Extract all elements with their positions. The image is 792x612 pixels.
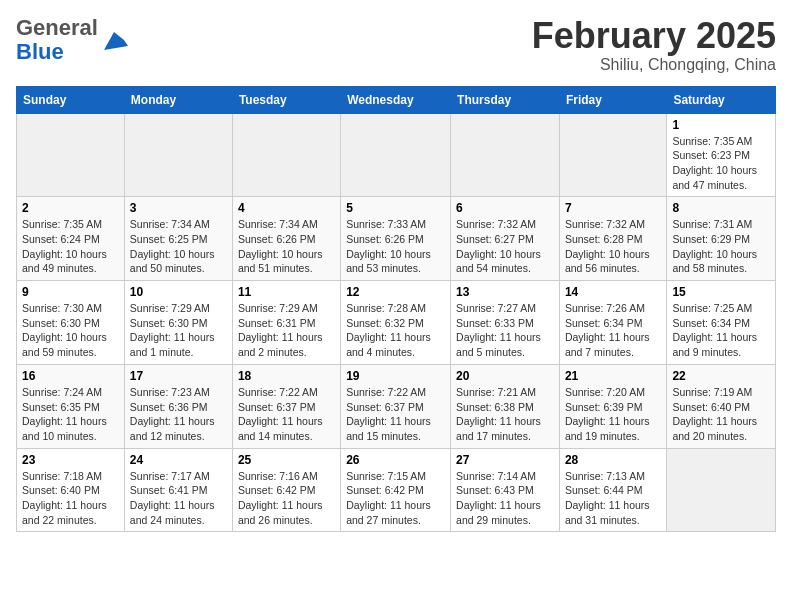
calendar-cell: 8Sunrise: 7:31 AMSunset: 6:29 PMDaylight… <box>667 197 776 281</box>
calendar-cell <box>124 113 232 197</box>
calendar-cell: 1Sunrise: 7:35 AMSunset: 6:23 PMDaylight… <box>667 113 776 197</box>
calendar-cell: 15Sunrise: 7:25 AMSunset: 6:34 PMDayligh… <box>667 281 776 365</box>
day-info: Sunrise: 7:22 AMSunset: 6:37 PMDaylight:… <box>346 385 445 444</box>
day-info: Sunrise: 7:30 AMSunset: 6:30 PMDaylight:… <box>22 301 119 360</box>
logo-icon <box>100 26 128 54</box>
day-number: 13 <box>456 285 554 299</box>
calendar-cell: 16Sunrise: 7:24 AMSunset: 6:35 PMDayligh… <box>17 364 125 448</box>
calendar-week-row: 23Sunrise: 7:18 AMSunset: 6:40 PMDayligh… <box>17 448 776 532</box>
day-number: 25 <box>238 453 335 467</box>
weekday-header: Friday <box>559 86 666 113</box>
day-number: 26 <box>346 453 445 467</box>
day-number: 18 <box>238 369 335 383</box>
day-number: 11 <box>238 285 335 299</box>
logo: General Blue <box>16 16 128 64</box>
weekday-header: Saturday <box>667 86 776 113</box>
svg-marker-0 <box>104 32 128 50</box>
day-number: 7 <box>565 201 661 215</box>
day-number: 17 <box>130 369 227 383</box>
day-info: Sunrise: 7:34 AMSunset: 6:25 PMDaylight:… <box>130 217 227 276</box>
calendar-cell <box>451 113 560 197</box>
logo-general: General <box>16 15 98 40</box>
weekday-header: Monday <box>124 86 232 113</box>
day-number: 9 <box>22 285 119 299</box>
day-info: Sunrise: 7:31 AMSunset: 6:29 PMDaylight:… <box>672 217 770 276</box>
calendar-cell: 18Sunrise: 7:22 AMSunset: 6:37 PMDayligh… <box>232 364 340 448</box>
weekday-header: Sunday <box>17 86 125 113</box>
calendar-cell <box>232 113 340 197</box>
day-number: 20 <box>456 369 554 383</box>
calendar-cell: 20Sunrise: 7:21 AMSunset: 6:38 PMDayligh… <box>451 364 560 448</box>
calendar-cell: 23Sunrise: 7:18 AMSunset: 6:40 PMDayligh… <box>17 448 125 532</box>
day-number: 14 <box>565 285 661 299</box>
calendar-week-row: 2Sunrise: 7:35 AMSunset: 6:24 PMDaylight… <box>17 197 776 281</box>
day-number: 5 <box>346 201 445 215</box>
day-number: 6 <box>456 201 554 215</box>
day-info: Sunrise: 7:26 AMSunset: 6:34 PMDaylight:… <box>565 301 661 360</box>
day-number: 8 <box>672 201 770 215</box>
weekday-header: Tuesday <box>232 86 340 113</box>
day-info: Sunrise: 7:24 AMSunset: 6:35 PMDaylight:… <box>22 385 119 444</box>
day-info: Sunrise: 7:35 AMSunset: 6:23 PMDaylight:… <box>672 134 770 193</box>
calendar-cell: 21Sunrise: 7:20 AMSunset: 6:39 PMDayligh… <box>559 364 666 448</box>
day-info: Sunrise: 7:25 AMSunset: 6:34 PMDaylight:… <box>672 301 770 360</box>
calendar-cell: 5Sunrise: 7:33 AMSunset: 6:26 PMDaylight… <box>341 197 451 281</box>
title-block: February 2025 Shiliu, Chongqing, China <box>532 16 776 74</box>
logo-blue: Blue <box>16 39 64 64</box>
day-info: Sunrise: 7:17 AMSunset: 6:41 PMDaylight:… <box>130 469 227 528</box>
calendar-cell: 24Sunrise: 7:17 AMSunset: 6:41 PMDayligh… <box>124 448 232 532</box>
weekday-header-row: SundayMondayTuesdayWednesdayThursdayFrid… <box>17 86 776 113</box>
day-number: 19 <box>346 369 445 383</box>
day-info: Sunrise: 7:15 AMSunset: 6:42 PMDaylight:… <box>346 469 445 528</box>
calendar-cell: 25Sunrise: 7:16 AMSunset: 6:42 PMDayligh… <box>232 448 340 532</box>
calendar-cell: 19Sunrise: 7:22 AMSunset: 6:37 PMDayligh… <box>341 364 451 448</box>
day-number: 1 <box>672 118 770 132</box>
subtitle: Shiliu, Chongqing, China <box>532 56 776 74</box>
day-number: 15 <box>672 285 770 299</box>
day-info: Sunrise: 7:28 AMSunset: 6:32 PMDaylight:… <box>346 301 445 360</box>
day-info: Sunrise: 7:33 AMSunset: 6:26 PMDaylight:… <box>346 217 445 276</box>
day-number: 22 <box>672 369 770 383</box>
calendar-cell: 3Sunrise: 7:34 AMSunset: 6:25 PMDaylight… <box>124 197 232 281</box>
calendar-cell: 7Sunrise: 7:32 AMSunset: 6:28 PMDaylight… <box>559 197 666 281</box>
calendar-cell: 9Sunrise: 7:30 AMSunset: 6:30 PMDaylight… <box>17 281 125 365</box>
day-info: Sunrise: 7:29 AMSunset: 6:30 PMDaylight:… <box>130 301 227 360</box>
page-header: General Blue February 2025 Shiliu, Chong… <box>16 16 776 74</box>
calendar-cell: 11Sunrise: 7:29 AMSunset: 6:31 PMDayligh… <box>232 281 340 365</box>
calendar-cell: 22Sunrise: 7:19 AMSunset: 6:40 PMDayligh… <box>667 364 776 448</box>
day-info: Sunrise: 7:20 AMSunset: 6:39 PMDaylight:… <box>565 385 661 444</box>
calendar-cell: 13Sunrise: 7:27 AMSunset: 6:33 PMDayligh… <box>451 281 560 365</box>
day-info: Sunrise: 7:21 AMSunset: 6:38 PMDaylight:… <box>456 385 554 444</box>
day-info: Sunrise: 7:27 AMSunset: 6:33 PMDaylight:… <box>456 301 554 360</box>
day-info: Sunrise: 7:29 AMSunset: 6:31 PMDaylight:… <box>238 301 335 360</box>
day-info: Sunrise: 7:32 AMSunset: 6:27 PMDaylight:… <box>456 217 554 276</box>
day-info: Sunrise: 7:14 AMSunset: 6:43 PMDaylight:… <box>456 469 554 528</box>
day-info: Sunrise: 7:13 AMSunset: 6:44 PMDaylight:… <box>565 469 661 528</box>
day-number: 23 <box>22 453 119 467</box>
day-info: Sunrise: 7:22 AMSunset: 6:37 PMDaylight:… <box>238 385 335 444</box>
day-number: 12 <box>346 285 445 299</box>
calendar-week-row: 1Sunrise: 7:35 AMSunset: 6:23 PMDaylight… <box>17 113 776 197</box>
day-number: 27 <box>456 453 554 467</box>
month-title: February 2025 <box>532 16 776 56</box>
calendar-cell <box>667 448 776 532</box>
day-number: 2 <box>22 201 119 215</box>
calendar-week-row: 9Sunrise: 7:30 AMSunset: 6:30 PMDaylight… <box>17 281 776 365</box>
day-info: Sunrise: 7:35 AMSunset: 6:24 PMDaylight:… <box>22 217 119 276</box>
day-info: Sunrise: 7:32 AMSunset: 6:28 PMDaylight:… <box>565 217 661 276</box>
calendar-cell: 2Sunrise: 7:35 AMSunset: 6:24 PMDaylight… <box>17 197 125 281</box>
calendar-week-row: 16Sunrise: 7:24 AMSunset: 6:35 PMDayligh… <box>17 364 776 448</box>
day-info: Sunrise: 7:34 AMSunset: 6:26 PMDaylight:… <box>238 217 335 276</box>
weekday-header: Wednesday <box>341 86 451 113</box>
day-number: 10 <box>130 285 227 299</box>
day-number: 21 <box>565 369 661 383</box>
day-number: 16 <box>22 369 119 383</box>
day-info: Sunrise: 7:16 AMSunset: 6:42 PMDaylight:… <box>238 469 335 528</box>
calendar-cell: 12Sunrise: 7:28 AMSunset: 6:32 PMDayligh… <box>341 281 451 365</box>
calendar-table: SundayMondayTuesdayWednesdayThursdayFrid… <box>16 86 776 533</box>
calendar-cell: 28Sunrise: 7:13 AMSunset: 6:44 PMDayligh… <box>559 448 666 532</box>
calendar-cell: 17Sunrise: 7:23 AMSunset: 6:36 PMDayligh… <box>124 364 232 448</box>
day-info: Sunrise: 7:23 AMSunset: 6:36 PMDaylight:… <box>130 385 227 444</box>
calendar-cell: 6Sunrise: 7:32 AMSunset: 6:27 PMDaylight… <box>451 197 560 281</box>
calendar-cell <box>17 113 125 197</box>
